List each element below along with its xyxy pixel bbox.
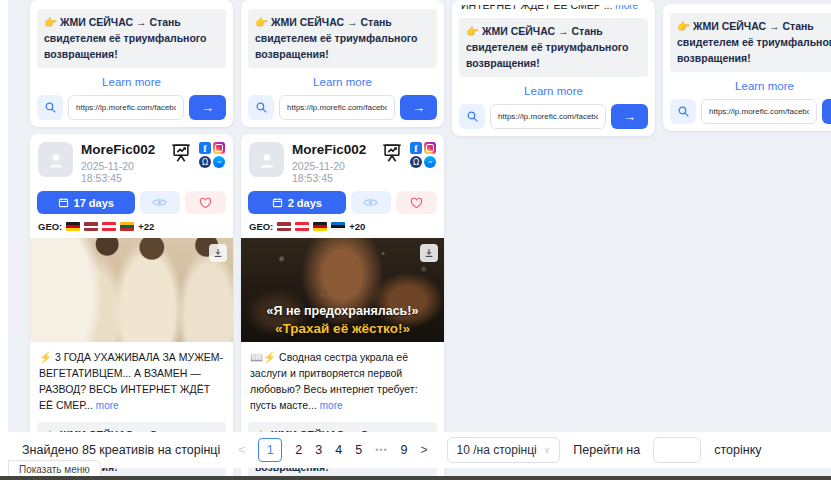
instagram-icon[interactable] xyxy=(424,142,436,154)
creative-image xyxy=(30,238,233,342)
learn-more-link[interactable]: Learn more xyxy=(248,68,437,95)
avatar xyxy=(38,142,73,177)
flag-icon xyxy=(84,222,98,231)
creative-card: MoreFic002 2025-11-20 18:53:45 f Ω xyxy=(30,134,233,480)
ad-headline: 👉 ЖМИ СЕЙЧАС → Стань свидетелем её триум… xyxy=(37,9,226,68)
page-size-select[interactable]: 10 /на сторінці∨ xyxy=(447,437,561,463)
page-button-2[interactable]: 2 xyxy=(295,443,302,457)
open-url-button[interactable]: → xyxy=(189,95,226,120)
learn-more-link[interactable]: Learn more xyxy=(670,72,831,99)
prev-page-button[interactable]: < xyxy=(238,443,245,457)
creative-card-partial: ИНТЕРНЕТ ЖДЁТ ЕЁ СМЕР ... more 👉 ЖМИ СЕЙ… xyxy=(452,0,655,136)
calendar-icon xyxy=(272,197,283,208)
flag-icon xyxy=(295,222,309,231)
presentation-chart-icon[interactable] xyxy=(170,142,192,164)
geo-label: GEO: xyxy=(249,221,273,232)
open-url-button[interactable]: → xyxy=(822,99,831,124)
search-icon xyxy=(44,101,57,114)
flag-icon xyxy=(102,222,116,231)
learn-more-link[interactable]: Learn more xyxy=(459,77,648,104)
presentation-chart-icon[interactable] xyxy=(381,142,403,164)
image-caption: «Я не предохранялась!» xyxy=(241,304,444,318)
download-icon xyxy=(213,248,223,258)
page-button-4[interactable]: 4 xyxy=(335,443,342,457)
search-icon xyxy=(677,105,690,118)
search-url-button[interactable] xyxy=(37,95,63,120)
results-count-text: Знайдено 85 креативів на сторінці xyxy=(22,443,220,457)
search-url-button[interactable] xyxy=(459,104,485,129)
flag-icon xyxy=(313,222,327,231)
grid-column-3: ИНТЕРНЕТ ЖДЁТ ЕЁ СМЕР ... more 👉 ЖМИ СЕЙ… xyxy=(452,0,655,480)
geo-more-count[interactable]: +20 xyxy=(349,221,365,232)
creative-image: «Я не предохранялась!» «Трахай её жёстко… xyxy=(241,238,444,342)
views-button[interactable] xyxy=(351,191,392,214)
image-download-button[interactable] xyxy=(209,244,227,262)
search-icon xyxy=(466,110,479,123)
days-active-button[interactable]: 2 days xyxy=(248,191,346,214)
messenger-icon[interactable] xyxy=(424,156,436,168)
next-page-button[interactable]: > xyxy=(421,443,428,457)
audience-network-icon[interactable]: Ω xyxy=(410,156,422,168)
landing-url-input[interactable] xyxy=(68,95,184,120)
person-icon xyxy=(257,150,277,170)
ad-teaser-cut: ИНТЕРНЕТ ЖДЁТ ЕЁ СМЕР ... more xyxy=(461,5,646,14)
flag-icon xyxy=(277,222,291,231)
facebook-icon[interactable]: f xyxy=(199,142,211,154)
grid-column-2: 👉 ЖМИ СЕЙЧАС → Стань свидетелем её триум… xyxy=(241,0,444,480)
landing-url-row: → xyxy=(670,99,831,124)
favorite-button[interactable] xyxy=(185,191,226,214)
page-button-3[interactable]: 3 xyxy=(315,443,322,457)
facebook-icon[interactable]: f xyxy=(410,142,422,154)
search-url-button[interactable] xyxy=(248,95,274,120)
advertiser-meta: MoreFic002 2025-11-20 18:53:45 xyxy=(81,142,162,184)
search-url-button[interactable] xyxy=(670,99,696,124)
eye-icon xyxy=(152,197,167,208)
landing-url-row: → xyxy=(459,104,648,129)
grid-column-1: 👉 ЖМИ СЕЙЧАС → Стань свидетелем её триум… xyxy=(30,0,233,480)
placements-icons: f Ω xyxy=(199,142,225,168)
heart-icon xyxy=(410,197,423,209)
flag-icon xyxy=(120,222,134,231)
creative-datetime: 2025-11-20 18:53:45 xyxy=(81,160,162,184)
audience-network-icon[interactable]: Ω xyxy=(199,156,211,168)
show-menu-button[interactable]: Показать меню xyxy=(8,460,101,477)
page-button-5[interactable]: 5 xyxy=(355,443,362,457)
chevron-down-icon: ∨ xyxy=(544,445,551,455)
bottom-edge-strip xyxy=(0,476,831,480)
landing-url-input[interactable] xyxy=(279,95,395,120)
geo-row: GEO: +20 xyxy=(248,221,437,238)
eye-icon xyxy=(363,197,378,208)
ad-headline: 👉 ЖМИ СЕЙЧАС → Стань свидетелем её триум… xyxy=(670,13,831,72)
page-button-9[interactable]: 9 xyxy=(401,443,408,457)
learn-more-link[interactable]: Learn more xyxy=(37,68,226,95)
creative-card-partial: 👉 ЖМИ СЕЙЧАС → Стань свидетелем её триум… xyxy=(241,0,444,127)
goto-page-input[interactable] xyxy=(653,437,701,463)
more-link[interactable]: more xyxy=(96,400,119,411)
placements-icons: f Ω xyxy=(410,142,436,168)
favorite-button[interactable] xyxy=(396,191,437,214)
creative-datetime: 2025-11-20 18:53:45 xyxy=(292,160,373,184)
goto-page-label: Перейти на xyxy=(573,443,640,457)
landing-url-input[interactable] xyxy=(490,104,606,129)
advertiser-name: MoreFic002 xyxy=(81,142,162,158)
landing-url-row: → xyxy=(248,95,437,120)
advertiser-meta: MoreFic002 2025-11-20 18:53:45 xyxy=(292,142,373,184)
views-button[interactable] xyxy=(140,191,181,214)
download-icon xyxy=(424,248,434,258)
open-url-button[interactable]: → xyxy=(400,95,437,120)
days-active-button[interactable]: 17 days xyxy=(37,191,135,214)
landing-url-row: → xyxy=(37,95,226,120)
image-download-button[interactable] xyxy=(420,244,438,262)
page-button-1[interactable]: 1 xyxy=(258,438,282,462)
instagram-icon[interactable] xyxy=(213,142,225,154)
pagination-ellipsis[interactable]: ••• xyxy=(375,445,387,455)
landing-url-input[interactable] xyxy=(701,99,817,124)
more-link[interactable]: more xyxy=(615,5,638,11)
messenger-icon[interactable] xyxy=(213,156,225,168)
creative-card-partial: 👉 ЖМИ СЕЙЧАС → Стань свидетелем её триум… xyxy=(30,0,233,127)
more-link[interactable]: more xyxy=(320,400,343,411)
search-icon xyxy=(255,101,268,114)
geo-more-count[interactable]: +22 xyxy=(138,221,154,232)
open-url-button[interactable]: → xyxy=(611,104,648,129)
collapsed-sidebar-edge xyxy=(0,0,8,480)
